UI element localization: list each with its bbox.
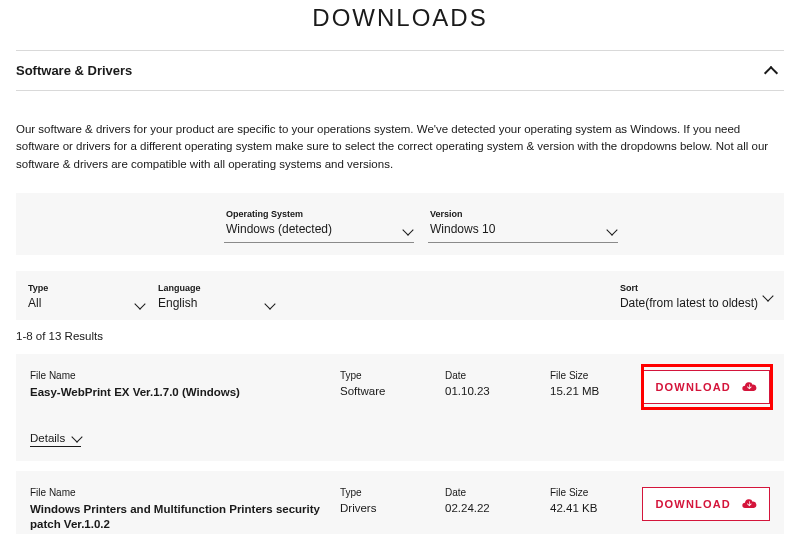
size-value: 42.41 KB bbox=[550, 502, 630, 514]
type-filter-dropdown[interactable]: Type All bbox=[28, 281, 146, 310]
sort-value: Date(from latest to oldest) bbox=[620, 296, 758, 310]
version-value: Windows 10 bbox=[430, 222, 495, 236]
chevron-down-icon bbox=[264, 298, 275, 309]
type-value: Drivers bbox=[340, 502, 435, 514]
col-type-label: Type bbox=[340, 370, 435, 381]
results-count: 1-8 of 13 Results bbox=[0, 320, 800, 350]
sort-label: Sort bbox=[620, 283, 638, 293]
file-name: Easy-WebPrint EX Ver.1.7.0 (Windows) bbox=[30, 385, 330, 401]
type-filter-label: Type bbox=[28, 283, 48, 293]
os-value: Windows (detected) bbox=[226, 222, 332, 236]
download-label: DOWNLOAD bbox=[655, 498, 731, 510]
version-dropdown[interactable]: Version Windows 10 bbox=[428, 205, 618, 243]
size-value: 15.21 MB bbox=[550, 385, 630, 397]
details-label: Details bbox=[30, 432, 65, 444]
type-filter-value: All bbox=[28, 296, 48, 310]
col-date-label: Date bbox=[445, 487, 540, 498]
col-size-label: File Size bbox=[550, 370, 630, 381]
operating-system-dropdown[interactable]: Operating System Windows (detected) bbox=[224, 205, 414, 243]
chevron-down-icon bbox=[71, 431, 82, 442]
download-label: DOWNLOAD bbox=[655, 381, 731, 393]
os-label: Operating System bbox=[226, 209, 332, 219]
chevron-down-icon bbox=[606, 224, 617, 235]
intro-text: Our software & drivers for your product … bbox=[0, 91, 800, 193]
language-filter-dropdown[interactable]: Language English bbox=[158, 281, 276, 310]
col-date-label: Date bbox=[445, 370, 540, 381]
col-file-label: File Name bbox=[30, 370, 330, 381]
sort-dropdown[interactable]: Sort Date(from latest to oldest) bbox=[620, 283, 772, 310]
lang-filter-value: English bbox=[158, 296, 201, 310]
cloud-download-icon bbox=[741, 496, 757, 512]
chevron-down-icon bbox=[402, 224, 413, 235]
lang-filter-label: Language bbox=[158, 283, 201, 293]
col-type-label: Type bbox=[340, 487, 435, 498]
result-row: File Name Easy-WebPrint EX Ver.1.7.0 (Wi… bbox=[16, 354, 784, 461]
version-label: Version bbox=[430, 209, 495, 219]
result-row: File Name Windows Printers and Multifunc… bbox=[16, 471, 784, 534]
accordion-software-drivers[interactable]: Software & Drivers bbox=[16, 50, 784, 91]
os-filter-bar: Operating System Windows (detected) Vers… bbox=[16, 193, 784, 255]
date-value: 01.10.23 bbox=[445, 385, 540, 397]
page-title: DOWNLOADS bbox=[0, 0, 800, 50]
col-file-label: File Name bbox=[30, 487, 330, 498]
chevron-up-icon bbox=[764, 65, 778, 79]
file-name: Windows Printers and Multifunction Print… bbox=[30, 502, 330, 533]
download-button[interactable]: DOWNLOAD bbox=[642, 487, 770, 521]
col-size-label: File Size bbox=[550, 487, 630, 498]
accordion-title: Software & Drivers bbox=[16, 63, 132, 78]
secondary-filter-bar: Type All Language English Sort Date(from… bbox=[16, 271, 784, 320]
cloud-download-icon bbox=[741, 379, 757, 395]
chevron-down-icon bbox=[762, 290, 773, 301]
date-value: 02.24.22 bbox=[445, 502, 540, 514]
chevron-down-icon bbox=[134, 298, 145, 309]
type-value: Software bbox=[340, 385, 435, 397]
download-button[interactable]: DOWNLOAD bbox=[642, 370, 770, 404]
details-toggle[interactable]: Details bbox=[30, 432, 81, 447]
